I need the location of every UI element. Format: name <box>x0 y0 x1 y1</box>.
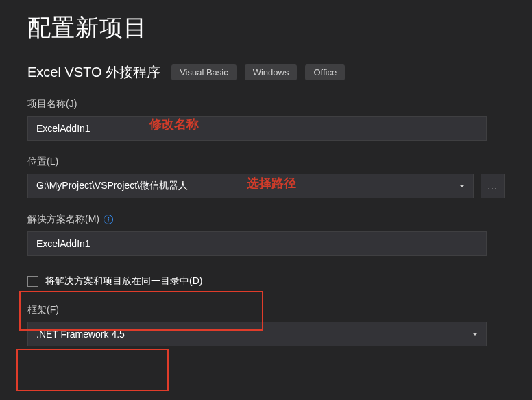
browse-button[interactable]: ... <box>481 174 505 198</box>
info-icon[interactable]: i <box>104 215 113 224</box>
tag-language: Visual Basic <box>171 64 237 80</box>
tag-category: Office <box>305 64 345 80</box>
framework-value: .NET Framework 4.5 <box>36 329 125 340</box>
tag-platform: Windows <box>245 64 298 80</box>
project-name-label: 项目名称(J) <box>27 98 505 110</box>
location-group: 位置(L) G:\MyProject\VSProject\微信机器人 ... 选… <box>27 156 505 198</box>
framework-group: 框架(F) .NET Framework 4.5 <box>27 304 505 346</box>
solution-name-label: 解决方案名称(M) i <box>27 213 505 226</box>
annotation-box-framework <box>16 349 169 391</box>
framework-select[interactable]: .NET Framework 4.5 <box>27 322 487 346</box>
page-title: 配置新项目 <box>27 12 505 44</box>
project-name-group: 项目名称(J) 修改名称 <box>27 98 505 141</box>
chevron-down-icon <box>472 333 478 336</box>
same-directory-checkbox[interactable] <box>27 276 38 287</box>
subtitle-row: Excel VSTO 外接程序 Visual Basic Windows Off… <box>27 63 505 82</box>
same-directory-group: 将解决方案和项目放在同一目录中(D) <box>27 271 505 292</box>
framework-label: 框架(F) <box>27 304 505 316</box>
location-value: G:\MyProject\VSProject\微信机器人 <box>36 180 188 192</box>
chevron-down-icon <box>459 185 465 187</box>
location-label: 位置(L) <box>27 156 505 168</box>
project-name-input[interactable] <box>27 116 487 141</box>
same-directory-label[interactable]: 将解决方案和项目放在同一目录中(D) <box>45 275 202 287</box>
solution-name-label-text: 解决方案名称(M) <box>27 213 99 226</box>
solution-name-group: 解决方案名称(M) i <box>27 213 505 256</box>
location-select[interactable]: G:\MyProject\VSProject\微信机器人 <box>27 174 474 198</box>
project-type: Excel VSTO 外接程序 <box>27 63 160 82</box>
solution-name-input[interactable] <box>27 231 487 256</box>
